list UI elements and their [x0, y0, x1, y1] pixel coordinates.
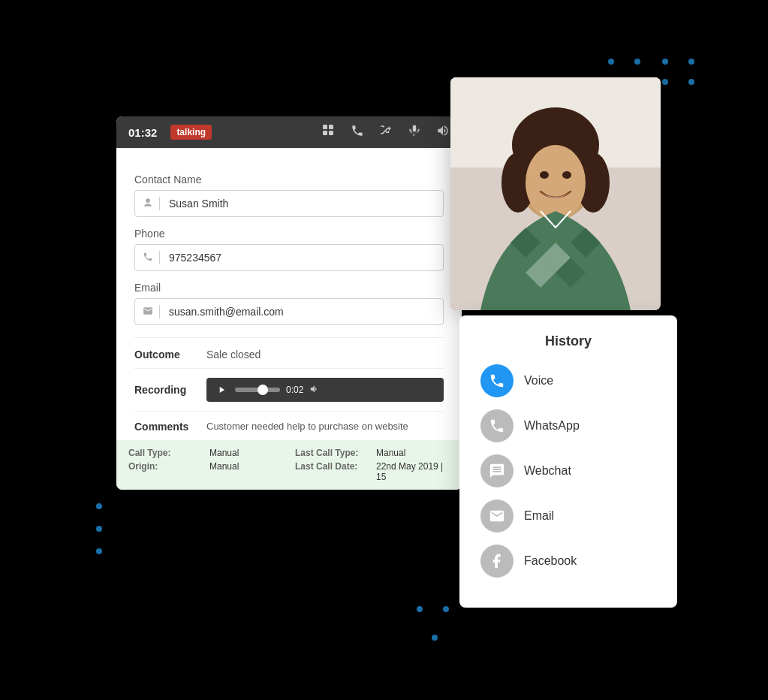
- recording-row: Recording 0:02: [134, 368, 444, 411]
- crm-body: Contact Name Susan Smith Phone 975234567…: [116, 148, 462, 433]
- dot: [417, 606, 423, 612]
- svg-rect-11: [329, 125, 333, 129]
- phone-input[interactable]: 975234567: [134, 244, 444, 271]
- facebook-label: Facebook: [524, 554, 577, 568]
- svg-point-8: [540, 171, 549, 179]
- dot: [662, 79, 668, 85]
- history-item-facebook[interactable]: Facebook: [480, 545, 656, 578]
- last-call-type-val: Manual: [376, 448, 405, 458]
- email-value: susan.smith@email.com: [169, 306, 284, 318]
- svg-rect-13: [329, 131, 333, 135]
- email-input[interactable]: susan.smith@email.com: [134, 298, 444, 325]
- last-call-date-key: Last Call Date:: [295, 461, 370, 482]
- footer-row-3: Origin: Manual: [128, 461, 283, 482]
- audio-player[interactable]: 0:02: [206, 378, 444, 402]
- voice-icon-circle: [480, 364, 514, 397]
- call-type-key: Call Type:: [128, 448, 203, 458]
- phone-label: Phone: [134, 228, 444, 240]
- audio-time: 0:02: [286, 385, 303, 395]
- audio-volume-icon[interactable]: [309, 384, 320, 397]
- comments-text: Customer needed help to purchase on webs…: [206, 421, 408, 432]
- webchat-label: Webchat: [524, 464, 571, 478]
- footer-row-4: Last Call Date: 22nd May 2019 | 15: [295, 461, 450, 482]
- voice-label: Voice: [524, 374, 553, 388]
- outcome-label: Outcome: [134, 348, 194, 361]
- svg-rect-12: [323, 131, 327, 135]
- history-panel: History Voice WhatsApp Webchat: [459, 315, 677, 608]
- dot: [634, 59, 640, 65]
- crm-card: 01:32 talking: [116, 116, 462, 490]
- origin-val: Manual: [209, 461, 239, 482]
- crm-topbar-icons: [322, 124, 450, 140]
- last-call-date-val: 22nd May 2019 | 15: [376, 461, 450, 482]
- last-call-type-key: Last Call Type:: [295, 448, 370, 458]
- person-icon: [143, 198, 153, 210]
- contact-name-label: Contact Name: [134, 173, 444, 186]
- contact-photo-card: [450, 77, 661, 310]
- svg-point-7: [526, 145, 586, 220]
- history-item-webchat[interactable]: Webchat: [480, 454, 656, 487]
- contact-name-value: Susan Smith: [169, 198, 228, 210]
- crm-footer: Call Type: Manual Last Call Type: Manual…: [116, 440, 462, 490]
- svg-rect-10: [323, 125, 327, 129]
- dot: [96, 548, 102, 554]
- outcome-value: Sale closed: [206, 348, 261, 361]
- email-icon-circle: [480, 499, 514, 533]
- email-label: Email: [134, 282, 444, 294]
- call-type-val: Manual: [209, 448, 239, 458]
- dot: [96, 503, 102, 509]
- shuffle-icon[interactable]: [379, 124, 393, 140]
- phone-icon[interactable]: [351, 124, 364, 140]
- audio-track[interactable]: [235, 388, 280, 392]
- phone-value: 975234567: [169, 252, 221, 264]
- recording-label: Recording: [134, 384, 194, 396]
- person-svg: [450, 77, 661, 310]
- comments-label: Comments: [134, 421, 194, 433]
- email-icon: [143, 306, 153, 318]
- history-item-email[interactable]: Email: [480, 499, 656, 533]
- call-timer: 01:32: [128, 126, 157, 139]
- photo-background: [450, 77, 661, 310]
- history-item-whatsapp[interactable]: WhatsApp: [480, 409, 656, 442]
- contact-name-input[interactable]: Susan Smith: [134, 190, 444, 217]
- outcome-row: Outcome Sale closed: [134, 337, 444, 368]
- grid-icon[interactable]: [322, 124, 336, 140]
- crm-topbar: 01:32 talking: [116, 116, 462, 148]
- whatsapp-label: WhatsApp: [524, 419, 580, 433]
- dot: [688, 59, 694, 65]
- dot: [662, 59, 668, 65]
- footer-row-2: Last Call Type: Manual: [295, 448, 450, 458]
- origin-key: Origin:: [128, 461, 203, 482]
- email-history-label: Email: [524, 509, 554, 523]
- facebook-icon-circle: [480, 545, 514, 578]
- svg-point-9: [562, 171, 571, 179]
- dot: [688, 79, 694, 85]
- dot: [608, 59, 614, 65]
- history-item-voice[interactable]: Voice: [480, 364, 656, 397]
- scene: 01:32 talking: [0, 0, 768, 700]
- play-button[interactable]: [214, 382, 229, 397]
- comments-row: Comments Customer needed help to purchas…: [134, 411, 444, 433]
- dot: [443, 606, 449, 612]
- dot: [96, 526, 102, 532]
- whatsapp-icon-circle: [480, 409, 514, 442]
- phone-field-icon: [143, 252, 153, 264]
- volume-icon[interactable]: [436, 124, 450, 140]
- talking-badge: talking: [170, 125, 212, 140]
- dot: [432, 635, 438, 641]
- audio-thumb: [258, 385, 268, 395]
- mic-icon[interactable]: [408, 124, 421, 140]
- footer-row-1: Call Type: Manual: [128, 448, 283, 458]
- history-title: History: [480, 333, 656, 349]
- webchat-icon-circle: [480, 454, 514, 487]
